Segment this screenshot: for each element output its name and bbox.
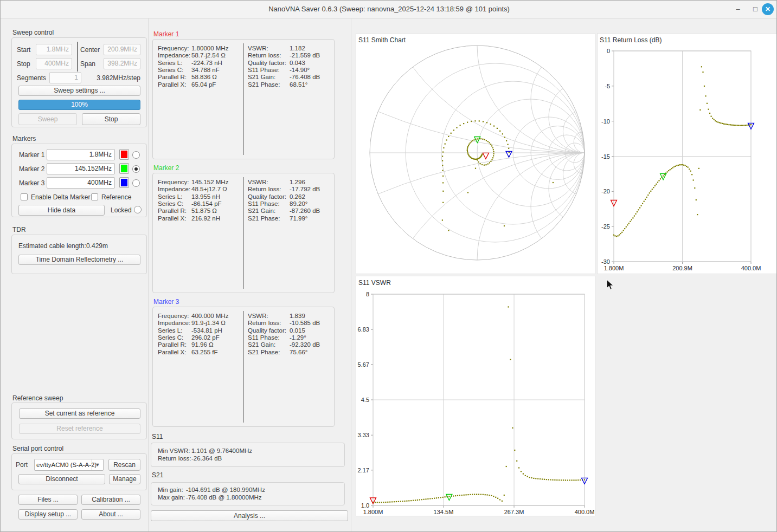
center-input[interactable]: 200.9MHz [104,44,140,55]
field-label: Return loss: [248,52,281,59]
port-select[interactable]: ev/ttyACM0 (S-A-A-2) ▼ [34,459,104,471]
field-label: Frequency: [158,179,189,186]
close-button[interactable]: ✕ [762,3,774,15]
window-title: NanoVNA Saver 0.6.3 (Sweep: nanovna_2025… [1,1,777,18]
marker2-frequency-input[interactable]: 145.152MHz [47,163,115,174]
minimize-button[interactable]: – [730,1,746,18]
field-value: 1.296 [290,179,305,186]
rescan-button[interactable]: Rescan [108,459,140,471]
marker3-color-swatch[interactable] [119,177,129,188]
field-label: Parallel X: [158,81,186,88]
field-label: Parallel R: [158,74,187,81]
segments-input[interactable]: 1 [49,72,81,83]
marker3-frequency-input[interactable]: 400MHz [47,177,115,189]
svg-text:4.5: 4.5 [361,397,369,403]
field-value: 1.101 @ 9.76400MHz [191,447,252,455]
field-value: 13.955 nH [191,193,220,200]
sweep-button[interactable]: Sweep [18,113,77,125]
svg-text:1.0: 1.0 [361,502,369,509]
field-label: Frequency: [158,313,189,320]
marker3-details-title: Marker 3 [153,298,179,306]
analysis-button[interactable]: Analysis ... [151,510,348,521]
stop-button[interactable]: Stop [82,113,140,125]
marker2-color-swatch[interactable] [119,163,129,174]
marker3-label: Marker 3 [19,179,44,187]
svg-text:-15: -15 [601,153,610,160]
about-button[interactable]: About ... [81,509,140,520]
marker2-radio[interactable] [132,165,140,173]
maximize-button[interactable]: □ [748,1,763,18]
field-label: Series L: [158,327,182,334]
field-value: -10.585 dB [290,320,320,327]
marker1-radio[interactable] [132,151,140,159]
svg-text:1.800M: 1.800M [604,265,624,271]
disconnect-button[interactable]: Disconnect [18,474,105,484]
segments-label: Segments [17,74,46,82]
field-label: S21 Phase: [248,81,280,88]
field-value: 0.262 [290,193,305,200]
calibration-button[interactable]: Calibration ... [81,495,140,505]
files-button[interactable]: Files ... [18,495,78,505]
locked-radio[interactable] [134,206,142,213]
field-value: -87.260 dB [290,207,320,215]
marker3-details-divider [243,311,243,423]
reset-reference-button[interactable]: Reset reference [19,424,140,434]
svg-text:-10: -10 [601,118,610,125]
start-input[interactable]: 1.8MHz [36,44,72,55]
field-value: 71.99° [290,215,307,222]
sidebar-separator [148,18,149,532]
field-value: 63.255 fF [191,349,218,356]
set-reference-button[interactable]: Set current as reference [19,408,140,419]
return-loss-chart[interactable]: 0-5-10-15-20-25-301.800M200.9M400.0M [598,34,777,275]
svg-text:200.9M: 200.9M [672,265,692,271]
field-value: -21.559 dB [290,52,320,59]
manage-button[interactable]: Manage [109,474,140,484]
hide-data-button[interactable]: Hide data [18,205,105,216]
field-value: 75.66° [290,349,307,356]
enable-delta-marker-checkbox[interactable] [21,193,28,200]
marker1-frequency-input[interactable]: 1.8MHz [47,149,115,160]
app-window: NanoVNA Saver 0.6.3 (Sweep: nanovna_2025… [0,0,777,532]
field-label: VSWR: [248,179,268,186]
sweep-settings-button[interactable]: Sweep settings ... [18,86,140,96]
display-setup-button[interactable]: Display setup ... [18,509,78,520]
field-label: Series C: [158,334,183,341]
field-value: 51.875 Ω [191,207,217,215]
titlebar: NanoVNA Saver 0.6.3 (Sweep: nanovna_2025… [1,1,777,18]
field-label: VSWR: [248,313,268,320]
field-label: Parallel R: [158,341,187,348]
stop-input[interactable]: 400MHz [36,58,72,69]
field-label: Series L: [158,60,182,67]
vswr-chart[interactable]: 86.835.674.53.332.171.01.800M134.5M267.3… [356,276,596,517]
field-label: S21 Gain: [248,207,275,215]
field-value: 58.7-j2.54 Ω [191,52,226,59]
svg-text:267.3M: 267.3M [504,509,524,515]
field-label: Parallel X: [158,349,186,356]
cable-length-label: Estimated cable length: [18,242,86,250]
field-value: 89.20° [290,200,307,207]
start-label: Start [17,46,30,54]
field-value: -1.29° [290,334,306,341]
marker2-label: Marker 2 [19,165,44,173]
field-label: S11 Phase: [248,200,280,207]
field-label: Quality factor: [248,60,286,67]
field-value: 68.51° [290,81,307,88]
field-value: 1.839 [290,313,305,320]
field-label: Quality factor: [248,327,286,334]
field-value: 296.02 pF [191,334,220,341]
span-input[interactable]: 398.2MHz [104,58,140,69]
smith-chart[interactable] [356,34,596,275]
marker1-color-swatch[interactable] [119,149,129,160]
reference-checkbox[interactable] [91,193,98,200]
field-label: Impedance: [158,320,190,327]
tdr-button[interactable]: Time Domain Reflectometry ... [18,255,140,265]
svg-text:1.800M: 1.800M [363,509,383,515]
svg-text:8: 8 [366,291,369,297]
field-value: 91.96 Ω [191,341,214,348]
field-label: S21 Gain: [248,341,275,348]
field-label: Series C: [158,67,183,74]
marker3-radio[interactable] [132,179,140,187]
svg-text:400.0M: 400.0M [741,265,761,271]
chevron-down-icon: ▼ [92,459,103,470]
mouse-cursor [606,279,616,291]
